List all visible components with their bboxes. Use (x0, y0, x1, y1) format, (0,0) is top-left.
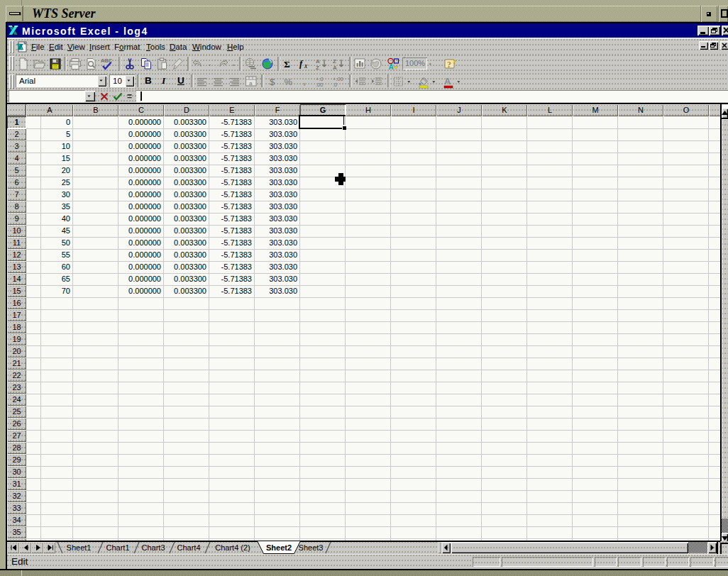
svg-text:Σ: Σ (284, 59, 290, 70)
svg-text:a: a (249, 80, 253, 87)
svg-text:A: A (389, 63, 394, 71)
svg-text:.00: .00 (316, 82, 323, 88)
svg-text:A: A (444, 76, 451, 87)
svg-text:$: $ (270, 77, 275, 87)
svg-text:x: x (304, 62, 308, 70)
svg-text:?: ? (447, 60, 451, 70)
svg-text:Z: Z (316, 65, 319, 71)
svg-text:f: f (299, 59, 304, 69)
svg-text:,: , (303, 75, 306, 87)
svg-text:.0: .0 (333, 82, 337, 88)
svg-text:%: % (285, 77, 293, 87)
svg-text:A: A (333, 65, 337, 71)
